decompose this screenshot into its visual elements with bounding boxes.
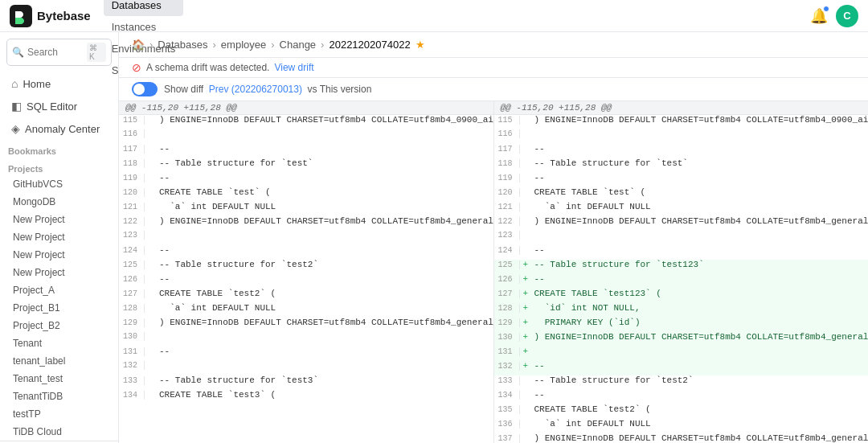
- breadcrumb-employee[interactable]: employee: [221, 39, 266, 51]
- breadcrumb-databases[interactable]: Databases: [158, 39, 207, 51]
- nav-item-databases[interactable]: Databases: [104, 0, 183, 16]
- diff-line: 118 -- Table structure for `test`: [119, 158, 493, 173]
- sidebar-project-item[interactable]: New Project: [0, 246, 118, 264]
- show-diff-toggle[interactable]: [132, 82, 158, 96]
- line-number: 115: [494, 116, 520, 125]
- breadcrumb-sep-1: ›: [149, 39, 153, 51]
- line-content: `id` int NOT NULL,: [533, 303, 869, 313]
- line-prefix: +: [523, 303, 533, 313]
- breadcrumb-change[interactable]: Change: [280, 39, 317, 51]
- bell-icon[interactable]: 🔔: [810, 7, 828, 25]
- diff-line: 122 ) ENGINE=InnoDB DEFAULT CHARSET=utf8…: [119, 216, 493, 231]
- diff-line: 121 `a` int DEFAULT NULL: [494, 202, 869, 216]
- line-number: 123: [119, 231, 145, 240]
- line-number: 122: [494, 217, 520, 226]
- line-content: --: [158, 144, 493, 154]
- sidebar-project-item[interactable]: Project_B2: [0, 317, 118, 334]
- diff-line: 126 --: [119, 274, 493, 289]
- diff-line: 123: [494, 231, 869, 245]
- diff-line: 119 --: [119, 173, 493, 187]
- breadcrumb-sep-2: ›: [213, 39, 216, 51]
- diff-line: 115 ) ENGINE=InnoDB DEFAULT CHARSET=utf8…: [494, 115, 869, 129]
- line-number: 131: [119, 347, 145, 356]
- line-prefix: +: [523, 274, 533, 284]
- anomaly-icon: ◈: [11, 122, 20, 135]
- line-number: 127: [494, 289, 520, 298]
- line-content: --: [158, 347, 493, 356]
- line-content: `a` int DEFAULT NULL: [533, 202, 869, 211]
- left-diff-lines: 115 ) ENGINE=InnoDB DEFAULT CHARSET=utf8…: [119, 115, 493, 404]
- diff-header-left: @@ -115,20 +115,28 @@: [119, 101, 493, 115]
- logo[interactable]: Bytebase: [10, 5, 91, 27]
- diff-line: 129+ PRIMARY KEY (`id`): [494, 318, 869, 332]
- sidebar-item-home[interactable]: ⌂ Home: [3, 73, 115, 94]
- diff-pane-right[interactable]: @@ -115,20 +115,28 @@ 115 ) ENGINE=InnoD…: [493, 101, 869, 443]
- sidebar-item-label-anomaly: Anomaly Center: [25, 123, 100, 135]
- sidebar-project-item[interactable]: testTP: [0, 405, 118, 423]
- line-content: PRIMARY KEY (`id`): [533, 318, 869, 327]
- line-number: 124: [494, 246, 520, 255]
- show-diff-row: Show diff Prev (202206270013) vs This ve…: [119, 78, 868, 101]
- sidebar: 🔍 ⌘ K ⌂ Home ◧ SQL Editor ◈ Anomaly Cent…: [0, 32, 119, 443]
- search-input[interactable]: [27, 47, 84, 58]
- diff-line: 128+ `id` int NOT NULL,: [494, 303, 869, 318]
- line-prefix: +: [523, 347, 533, 356]
- sidebar-project-item[interactable]: TiDB Cloud: [0, 423, 118, 441]
- diff-pane-left[interactable]: @@ -115,20 +115,28 @@ 115 ) ENGINE=InnoD…: [119, 101, 493, 443]
- line-prefix: +: [523, 361, 533, 371]
- line-number: 132: [494, 362, 520, 371]
- sidebar-project-item[interactable]: New Project: [0, 211, 118, 228]
- line-number: 135: [494, 405, 520, 414]
- bookmark-star-icon[interactable]: ★: [416, 39, 425, 51]
- diff-line: 117 --: [119, 144, 493, 158]
- sidebar-project-item[interactable]: Project_A: [0, 281, 118, 299]
- line-number: 117: [119, 145, 145, 154]
- line-content: --: [533, 361, 869, 371]
- diff-header-right: @@ -115,20 +115,28 @@: [494, 101, 869, 115]
- line-number: 129: [494, 318, 520, 327]
- line-number: 132: [119, 361, 145, 370]
- sidebar-item-anomaly-center[interactable]: ◈ Anomaly Center: [3, 118, 115, 139]
- diff-line: 121 `a` int DEFAULT NULL: [119, 202, 493, 216]
- breadcrumb-home-icon[interactable]: 🏠: [132, 39, 145, 51]
- main-layout: 🔍 ⌘ K ⌂ Home ◧ SQL Editor ◈ Anomaly Cent…: [0, 32, 868, 443]
- bookmarks-section: Bookmarks: [0, 140, 118, 158]
- sidebar-project-item[interactable]: New Project: [0, 264, 118, 281]
- line-number: 127: [119, 289, 145, 298]
- line-number: 125: [119, 260, 145, 269]
- line-number: 121: [494, 203, 520, 211]
- prev-version-link[interactable]: Prev (202206270013): [209, 84, 302, 95]
- sidebar-projects: GitHubVCSMongoDBNew ProjectNew ProjectNe…: [0, 175, 118, 441]
- drift-warning-icon: ⊘: [132, 61, 141, 74]
- diff-line: 133 -- Table structure for `test3`: [119, 375, 493, 390]
- line-number: 121: [119, 203, 145, 211]
- line-number: 128: [119, 304, 145, 313]
- top-nav: Bytebase IssuesProjectsDatabasesInstance…: [0, 0, 868, 32]
- breadcrumb-current: 20221202074022: [329, 39, 410, 51]
- sidebar-item-label-sql: SQL Editor: [27, 100, 77, 113]
- line-content: --: [533, 390, 869, 400]
- sidebar-project-item[interactable]: New Project: [0, 228, 118, 246]
- sidebar-project-item[interactable]: TenantTiDB: [0, 388, 118, 405]
- sidebar-project-item[interactable]: Tenant_test: [0, 370, 118, 388]
- line-number: 116: [494, 129, 520, 138]
- line-content: ) ENGINE=InnoDB DEFAULT CHARSET=utf8mb4 …: [533, 332, 869, 342]
- user-avatar[interactable]: C: [836, 5, 858, 27]
- diff-line: 119 --: [494, 173, 869, 187]
- sidebar-item-sql-editor[interactable]: ◧ SQL Editor: [3, 96, 115, 117]
- sidebar-project-item[interactable]: Tenant: [0, 334, 118, 352]
- line-content: CREATE TABLE `test123` (: [533, 289, 869, 298]
- line-prefix: +: [523, 318, 533, 327]
- sidebar-project-item[interactable]: Project_B1: [0, 299, 118, 317]
- line-content: -- Table structure for `test2`: [533, 375, 869, 385]
- search-box[interactable]: 🔍 ⌘ K: [6, 39, 112, 66]
- diff-line: 116: [119, 129, 493, 144]
- sidebar-project-item[interactable]: tenant_label: [0, 352, 118, 370]
- diff-line: 120 CREATE TABLE `test` (: [494, 187, 869, 202]
- sidebar-project-item[interactable]: GitHubVCS: [0, 175, 118, 193]
- line-prefix: +: [523, 289, 533, 298]
- content: 🏠 › Databases › employee › Change › 2022…: [119, 32, 868, 443]
- view-drift-link[interactable]: View drift: [274, 62, 313, 73]
- projects-section: Projects: [0, 158, 118, 175]
- sidebar-project-item[interactable]: MongoDB: [0, 193, 118, 211]
